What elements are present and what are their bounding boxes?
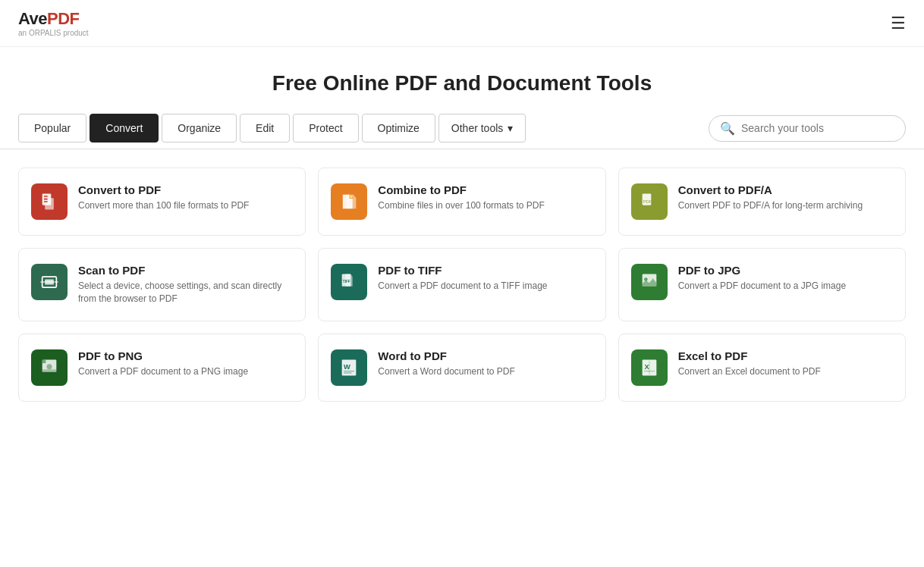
search-icon: 🔍 xyxy=(720,121,735,136)
pdfa-icon: PDF/A xyxy=(639,191,660,212)
tool-icon-word-to-pdf: W xyxy=(331,349,367,386)
svg-point-12 xyxy=(47,364,52,369)
tool-name: PDF to JPG xyxy=(678,264,893,277)
tab-protect[interactable]: Protect xyxy=(293,114,358,143)
tool-name: Excel to PDF xyxy=(678,349,893,362)
tool-desc: Convert a PDF document to a TIFF image xyxy=(378,280,592,293)
other-tools-button[interactable]: Other tools ▾ xyxy=(438,114,526,143)
tool-name: PDF to PNG xyxy=(78,349,293,362)
tool-icon-convert-to-pdfa: PDF/A xyxy=(631,183,668,220)
tool-icon-convert-to-pdf xyxy=(31,183,68,220)
logo-subtitle: an ORPALIS product xyxy=(18,29,89,37)
tool-icon-pdf-to-jpg xyxy=(631,264,668,300)
tool-name: PDF to TIFF xyxy=(378,264,592,277)
header: AvePDF an ORPALIS product ☰ xyxy=(0,0,924,47)
tool-card-excel-to-pdf[interactable]: X Excel to PDF Convert an Excel document… xyxy=(618,334,906,402)
tool-info-excel-to-pdf: Excel to PDF Convert an Excel document t… xyxy=(678,349,893,378)
tab-optimize[interactable]: Optimize xyxy=(362,114,435,143)
svg-rect-13 xyxy=(42,369,57,372)
tool-icon-scan-to-pdf xyxy=(31,264,68,300)
page-title-area: Free Online PDF and Document Tools xyxy=(0,47,924,114)
tool-name: Convert to PDF xyxy=(78,183,293,196)
tool-desc: Convert PDF to PDF/A for long-term archi… xyxy=(678,199,893,212)
svg-text:PDF/A: PDF/A xyxy=(643,199,655,204)
tool-card-pdf-to-tiff[interactable]: TIFF PDF to TIFF Convert a PDF document … xyxy=(318,248,605,321)
logo-title: AvePDF xyxy=(18,9,89,29)
tool-info-convert-to-pdfa: Convert to PDF/A Convert PDF to PDF/A fo… xyxy=(678,183,893,212)
tool-card-convert-to-pdfa[interactable]: PDF/A Convert to PDF/A Convert PDF to PD… xyxy=(618,168,906,236)
tool-name: Combine to PDF xyxy=(378,183,592,196)
search-box: 🔍 xyxy=(709,115,906,142)
convert-icon xyxy=(39,191,60,212)
tool-desc: Convert a PDF document to a PNG image xyxy=(78,365,293,378)
tab-organize[interactable]: Organize xyxy=(162,114,237,143)
chevron-down-icon: ▾ xyxy=(508,122,513,134)
tab-edit[interactable]: Edit xyxy=(240,114,290,143)
tiff-icon: TIFF xyxy=(338,271,360,293)
jpg-icon xyxy=(639,271,660,293)
tool-card-convert-to-pdf[interactable]: Convert to PDF Convert more than 100 fil… xyxy=(18,168,306,236)
tool-card-combine-to-pdf[interactable]: Combine to PDF Combine files in over 100… xyxy=(318,168,605,236)
tool-name: Scan to PDF xyxy=(78,264,293,277)
tool-desc: Convert a Word document to PDF xyxy=(378,365,592,378)
tool-card-pdf-to-png[interactable]: PDF to PNG Convert a PDF document to a P… xyxy=(18,334,306,402)
tools-grid: Convert to PDF Convert more than 100 fil… xyxy=(18,168,906,402)
logo: AvePDF an ORPALIS product xyxy=(18,9,89,37)
png-icon xyxy=(39,357,60,378)
tool-info-combine-to-pdf: Combine to PDF Combine files in over 100… xyxy=(378,183,592,212)
svg-text:TIFF: TIFF xyxy=(343,280,350,284)
tab-convert[interactable]: Convert xyxy=(90,114,159,143)
svg-rect-1 xyxy=(45,198,54,209)
tool-info-pdf-to-png: PDF to PNG Convert a PDF document to a P… xyxy=(78,349,293,378)
tab-popular[interactable]: Popular xyxy=(18,114,86,143)
tool-info-pdf-to-tiff: PDF to TIFF Convert a PDF document to a … xyxy=(378,264,592,293)
tool-card-scan-to-pdf[interactable]: Scan to PDF Select a device, choose sett… xyxy=(18,248,306,321)
search-input[interactable] xyxy=(741,122,894,134)
search-area: 🔍 xyxy=(709,115,906,142)
svg-text:X: X xyxy=(644,363,649,371)
tool-desc: Convert more than 100 file formats to PD… xyxy=(78,199,293,212)
excel-icon: X xyxy=(639,357,660,378)
tool-icon-pdf-to-png xyxy=(31,349,68,386)
combine-icon xyxy=(338,191,360,212)
tool-desc: Combine files in over 100 formats to PDF xyxy=(378,199,592,212)
page-title: Free Online PDF and Document Tools xyxy=(18,71,906,96)
svg-text:W: W xyxy=(344,363,350,371)
tool-name: Convert to PDF/A xyxy=(678,183,893,196)
tool-icon-excel-to-pdf: X xyxy=(631,349,668,386)
hamburger-menu-button[interactable]: ☰ xyxy=(891,14,906,33)
tool-card-pdf-to-jpg[interactable]: PDF to JPG Convert a PDF document to a J… xyxy=(618,248,906,321)
tool-card-word-to-pdf[interactable]: W Word to PDF Convert a Word document to… xyxy=(318,334,605,402)
tool-desc: Select a device, choose settings, and sc… xyxy=(78,280,293,305)
tool-info-word-to-pdf: Word to PDF Convert a Word document to P… xyxy=(378,349,592,378)
scan-icon xyxy=(39,271,60,293)
nav-tabs: Popular Convert Organize Edit Protect Op… xyxy=(0,114,924,149)
tool-info-convert-to-pdf: Convert to PDF Convert more than 100 fil… xyxy=(78,183,293,212)
word-icon: W xyxy=(338,357,360,378)
tool-desc: Convert an Excel document to PDF xyxy=(678,365,893,378)
tool-icon-combine-to-pdf xyxy=(331,183,367,220)
tool-info-pdf-to-jpg: PDF to JPG Convert a PDF document to a J… xyxy=(678,264,893,293)
tools-section: Convert to PDF Convert more than 100 fil… xyxy=(0,149,924,420)
tool-info-scan-to-pdf: Scan to PDF Select a device, choose sett… xyxy=(78,264,293,305)
tool-icon-pdf-to-tiff: TIFF xyxy=(331,264,367,300)
tool-desc: Convert a PDF document to a JPG image xyxy=(678,280,893,293)
tool-name: Word to PDF xyxy=(378,349,592,362)
